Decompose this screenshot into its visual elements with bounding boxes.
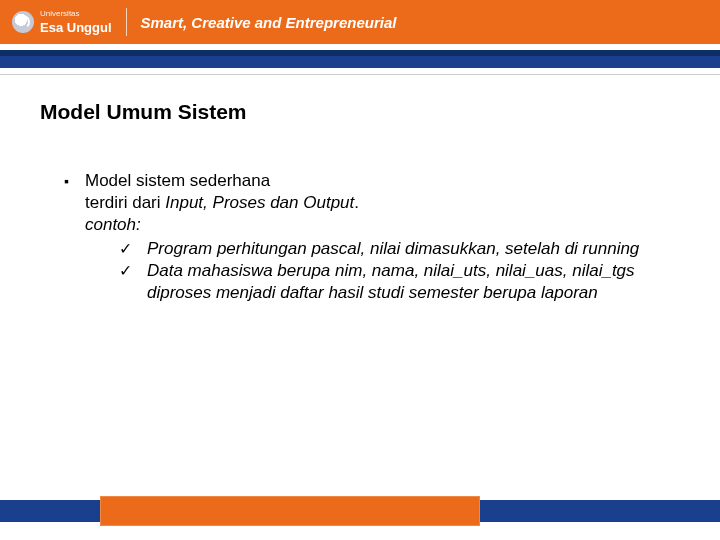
check-item: ✓ Program perhitungan pascal, nilai dima… [119, 238, 680, 260]
brand-sub: Universitas [40, 9, 112, 18]
bullet-item: ▪ Model sistem sederhana terdiri dari In… [64, 170, 680, 304]
check-item: ✓ Data mahasiswa berupa nim, nama, nilai… [119, 260, 680, 304]
bullet-line2-prefix: terdiri dari [85, 193, 165, 212]
footer-bar [0, 496, 720, 526]
check-text: Program perhitungan pascal, nilai dimasu… [147, 238, 639, 260]
check-list: ✓ Program perhitungan pascal, nilai dima… [85, 238, 680, 304]
header-bar: Universitas Esa Unggul Smart, Creative a… [0, 0, 720, 44]
check-text: Data mahasiswa berupa nim, nama, nilai_u… [147, 260, 680, 304]
check-icon: ✓ [119, 260, 135, 282]
footer-orange-block [100, 496, 480, 526]
tagline-text: Smart, Creative and Entrepreneurial [141, 14, 397, 31]
check-icon: ✓ [119, 238, 135, 260]
bullet-line2-suffix: . [354, 193, 359, 212]
bullet-line2-emph: Input, Proses dan Output [165, 193, 354, 212]
slide-title: Model Umum Sistem [40, 100, 680, 124]
square-bullet-icon: ▪ [64, 170, 69, 192]
brand-main: Esa Unggul [40, 20, 112, 35]
header-blue-stripe [0, 56, 720, 68]
bullet-body: Model sistem sederhana terdiri dari Inpu… [85, 170, 680, 304]
slide-content: Model Umum Sistem ▪ Model sistem sederha… [40, 100, 680, 304]
hairline-under-stripe [0, 74, 720, 75]
logo-icon [12, 11, 34, 33]
brand-logo: Universitas Esa Unggul [12, 9, 112, 36]
bullet-line-2: terdiri dari Input, Proses dan Output. [85, 192, 680, 214]
header-divider [126, 8, 127, 36]
brand-text: Universitas Esa Unggul [40, 9, 112, 36]
bullet-line-3: contoh: [85, 214, 680, 236]
bullet-line-1: Model sistem sederhana [85, 170, 680, 192]
